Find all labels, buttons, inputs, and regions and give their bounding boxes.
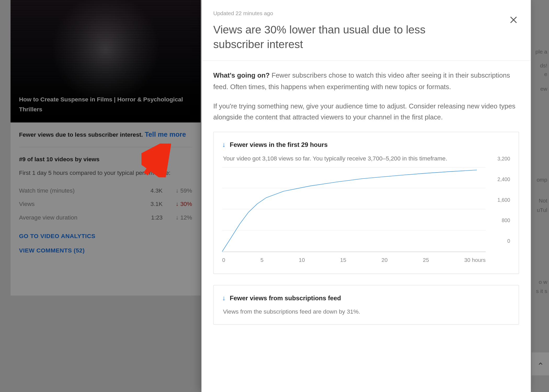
chart-line-path [222,168,486,251]
views-chart: 08001,6002,4003,200 051015202530 hours [222,168,510,264]
chart-x-axis: 051015202530 hours [222,252,486,264]
insight-title: Fewer views from subscriptions feed [230,293,341,303]
insight-panel: Updated 22 minutes ago Views are 30% low… [202,0,531,392]
insight-title: Fewer views in the first 29 hours [230,140,328,150]
chart-y-axis: 08001,6002,4003,200 [486,168,510,250]
arrow-down-icon: ↓ [222,295,226,302]
insight-card-views-timeline: ↓ Fewer views in the first 29 hours Your… [213,132,519,274]
insight-card-subscriptions: ↓ Fewer views from subscriptions feed Vi… [213,285,519,325]
updated-timestamp: Updated 22 minutes ago [213,10,519,16]
advice-paragraph: If you're trying something new, give you… [213,101,519,123]
insight-subtitle: Views from the subscriptions feed are do… [223,307,510,316]
close-icon [509,15,518,25]
explanation-paragraph: What's going on? Fewer subscribers chose… [213,70,519,92]
insight-subtitle: Your video got 3,108 views so far. You t… [223,153,510,163]
panel-title: Views are 30% lower than usual due to le… [213,22,467,52]
close-button[interactable] [504,10,523,30]
label-whats-going-on: What's going on? [213,72,270,79]
arrow-down-icon: ↓ [222,141,226,148]
